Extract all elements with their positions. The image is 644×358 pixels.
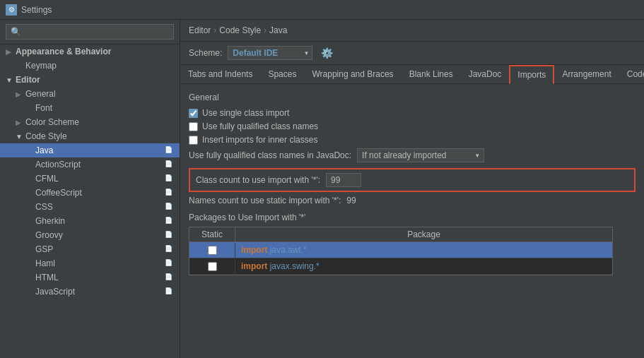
class-count-input[interactable] xyxy=(326,173,361,187)
javadoc-select[interactable]: If not already imported Always Never xyxy=(357,148,484,162)
packages-title: Packages to Use Import with '*' xyxy=(189,213,636,222)
import-value-0: java.awt.* xyxy=(270,245,307,255)
tree-page-icon-java: 📄 xyxy=(163,146,174,155)
sidebar-item-css[interactable]: CSS📄 xyxy=(0,200,180,214)
sidebar-item-keymap[interactable]: Keymap xyxy=(0,59,180,73)
tree-page-icon-groovy: 📄 xyxy=(163,231,174,239)
sidebar-item-java[interactable]: Java📄 xyxy=(0,143,180,157)
tree-page-icon-css: 📄 xyxy=(163,203,174,211)
packages-header: Static Package xyxy=(189,227,612,242)
header-package: Package xyxy=(235,227,612,241)
sidebar-item-groovy[interactable]: Groovy📄 xyxy=(0,228,180,242)
tab-javadoc[interactable]: JavaDoc xyxy=(461,65,510,84)
tree-page-icon-javascript: 📄 xyxy=(163,287,174,296)
tree-label-keymap: Keymap xyxy=(25,61,174,71)
sidebar-item-coffeescript[interactable]: CoffeeScript📄 xyxy=(0,186,180,200)
tab-code-generation[interactable]: Code Genera... xyxy=(619,65,644,84)
tab-blank-lines[interactable]: Blank Lines xyxy=(402,65,461,84)
tree-page-icon-gsp: 📄 xyxy=(163,245,174,253)
sidebar-item-gherkin[interactable]: Gherkin📄 xyxy=(0,214,180,228)
tree-label-groovy: Groovy xyxy=(35,230,163,240)
sidebar-item-color-scheme[interactable]: ▶Color Scheme xyxy=(0,115,180,129)
packages-rows: import java.awt.*import javax.swing.* xyxy=(189,242,612,275)
sidebar-item-javascript[interactable]: JavaScript📄 xyxy=(0,285,180,299)
pkg-static-checkbox-1[interactable] xyxy=(208,262,217,271)
tree-label-appearance: Appearance & Behavior xyxy=(16,47,174,56)
pkg-package-cell-1: import javax.swing.* xyxy=(235,258,612,274)
tab-arrangement[interactable]: Arrangement xyxy=(554,65,619,84)
tree-label-font: Font xyxy=(35,103,174,113)
breadcrumb: Editor › Code Style › Java xyxy=(180,20,644,42)
names-count-value: 99 xyxy=(346,196,356,205)
checkbox-inner-classes[interactable] xyxy=(189,136,198,145)
checkbox-label-inner-classes: Insert imports for inner classes xyxy=(202,135,317,145)
tree-page-icon-haml: 📄 xyxy=(163,259,174,268)
tab-tabs-indents[interactable]: Tabs and Indents xyxy=(180,65,260,84)
sidebar-item-haml[interactable]: Haml📄 xyxy=(0,256,180,270)
tabs-row: Tabs and IndentsSpacesWrapping and Brace… xyxy=(180,65,644,84)
sidebar: ▶Appearance & BehaviorKeymap▼Editor▶Gene… xyxy=(0,20,180,358)
package-row-0[interactable]: import java.awt.* xyxy=(189,242,612,258)
breadcrumb-part-1: Code Style xyxy=(219,25,261,35)
checkbox-row-fully-qualified: Use fully qualified class names xyxy=(189,121,636,131)
import-keyword-1: import xyxy=(241,261,270,271)
sidebar-item-cfml[interactable]: CFML📄 xyxy=(0,172,180,186)
tree-label-css: CSS xyxy=(35,202,163,212)
checkbox-row-inner-classes: Insert imports for inner classes xyxy=(189,135,636,145)
sidebar-item-html[interactable]: HTML📄 xyxy=(0,270,180,285)
settings-window: ⚙ Settings ▶Appearance & BehaviorKeymap▼… xyxy=(0,0,644,358)
tree-label-cfml: CFML xyxy=(35,174,163,184)
tree-label-actionscript: ActionScript xyxy=(35,160,163,169)
sidebar-item-actionscript[interactable]: ActionScript📄 xyxy=(0,157,180,172)
names-count-row: Names count to use static import with '*… xyxy=(189,196,636,205)
breadcrumb-part-2: Java xyxy=(269,25,287,35)
sidebar-item-gsp[interactable]: GSP📄 xyxy=(0,242,180,256)
sidebar-item-code-style[interactable]: ▼Code Style xyxy=(0,129,180,143)
main-panel: Editor › Code Style › Java Scheme: Defau… xyxy=(180,20,644,358)
tab-wrapping[interactable]: Wrapping and Braces xyxy=(304,65,401,84)
checkbox-label-single-class: Use single class import xyxy=(202,108,289,118)
tree-label-code-style: Code Style xyxy=(25,131,174,141)
tree-label-color-scheme: Color Scheme xyxy=(25,117,174,127)
window-title: Settings xyxy=(21,5,52,15)
tree-label-java: Java xyxy=(35,145,163,155)
checkbox-fully-qualified[interactable] xyxy=(189,122,198,131)
panel-content: General Use single class importUse fully… xyxy=(180,84,644,358)
tree-label-general: General xyxy=(25,89,174,99)
tree-arrow-appearance: ▶ xyxy=(6,48,16,56)
tree-arrow-color-scheme: ▶ xyxy=(16,119,25,126)
packages-table: Static Package import java.awt.*import j… xyxy=(189,227,613,275)
pkg-static-cell-1 xyxy=(189,259,235,274)
scheme-label: Scheme: xyxy=(189,48,222,58)
import-value-1: javax.swing.* xyxy=(270,261,320,271)
general-section-title: General xyxy=(189,93,636,102)
tab-imports[interactable]: Imports xyxy=(509,65,554,84)
sidebar-item-general[interactable]: ▶General xyxy=(0,87,180,101)
breadcrumb-part-0: Editor xyxy=(189,25,211,35)
checkbox-label-fully-qualified: Use fully qualified class names xyxy=(202,121,318,131)
sidebar-item-editor[interactable]: ▼Editor xyxy=(0,73,180,87)
sidebar-item-font[interactable]: Font xyxy=(0,101,180,115)
search-input[interactable] xyxy=(6,24,174,40)
content-area: ▶Appearance & BehaviorKeymap▼Editor▶Gene… xyxy=(0,20,644,358)
gear-button[interactable]: ⚙️ xyxy=(318,46,336,60)
search-box[interactable] xyxy=(0,20,180,44)
tree-arrow-editor: ▼ xyxy=(6,76,16,84)
scheme-row: Scheme: Default IDE Project ⚙️ xyxy=(180,42,644,65)
app-icon: ⚙ xyxy=(6,4,17,16)
tree-label-javascript: JavaScript xyxy=(35,287,163,297)
checkbox-row-single-class: Use single class import xyxy=(189,108,636,118)
checkboxes-container: Use single class importUse fully qualifi… xyxy=(189,108,636,145)
packages-section: Packages to Use Import with '*' Static P… xyxy=(189,213,636,275)
tree-container: ▶Appearance & BehaviorKeymap▼Editor▶Gene… xyxy=(0,44,180,299)
sidebar-item-appearance[interactable]: ▶Appearance & Behavior xyxy=(0,44,180,59)
checkbox-single-class[interactable] xyxy=(189,109,198,118)
package-row-1[interactable]: import javax.swing.* xyxy=(189,258,612,275)
pkg-static-cell-0 xyxy=(189,243,235,258)
scheme-select[interactable]: Default IDE Project xyxy=(228,46,312,60)
title-bar: ⚙ Settings xyxy=(0,0,644,20)
pkg-static-checkbox-0[interactable] xyxy=(208,246,217,255)
tab-spaces[interactable]: Spaces xyxy=(260,65,304,84)
javadoc-row: Use fully qualified class names in JavaD… xyxy=(189,148,636,162)
pkg-package-cell-0: import java.awt.* xyxy=(235,242,612,258)
